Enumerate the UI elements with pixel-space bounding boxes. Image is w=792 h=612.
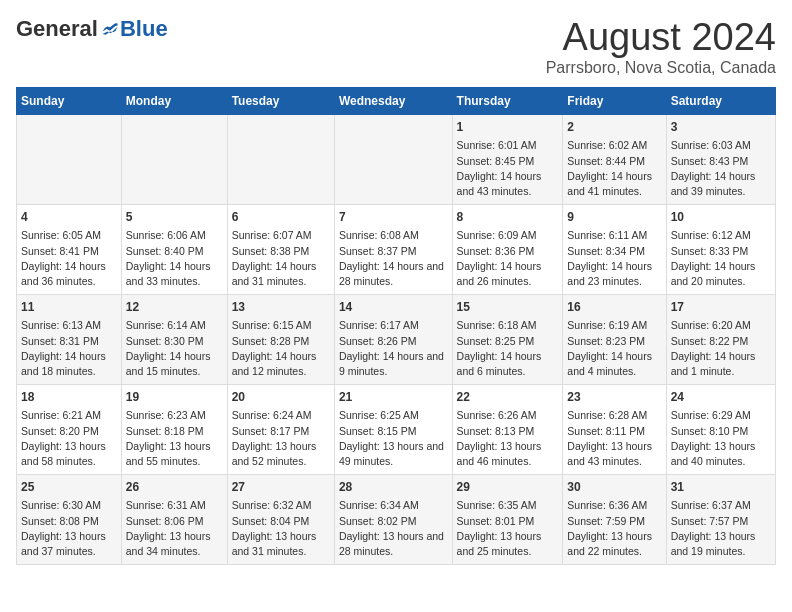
daylight-text: Daylight: 14 hours and 6 minutes. [457, 350, 542, 377]
day-number: 7 [339, 209, 448, 226]
daylight-text: Daylight: 13 hours and 55 minutes. [126, 440, 211, 467]
calendar-cell: 7Sunrise: 6:08 AMSunset: 8:37 PMDaylight… [334, 205, 452, 295]
calendar-cell: 5Sunrise: 6:06 AMSunset: 8:40 PMDaylight… [121, 205, 227, 295]
calendar-cell: 27Sunrise: 6:32 AMSunset: 8:04 PMDayligh… [227, 475, 334, 565]
day-number: 15 [457, 299, 559, 316]
daylight-text: Daylight: 13 hours and 25 minutes. [457, 530, 542, 557]
sunrise-text: Sunrise: 6:29 AM [671, 409, 751, 421]
day-number: 28 [339, 479, 448, 496]
daylight-text: Daylight: 14 hours and 20 minutes. [671, 260, 756, 287]
sunset-text: Sunset: 8:41 PM [21, 245, 99, 257]
daylight-text: Daylight: 14 hours and 9 minutes. [339, 350, 444, 377]
daylight-text: Daylight: 13 hours and 28 minutes. [339, 530, 444, 557]
sunset-text: Sunset: 8:33 PM [671, 245, 749, 257]
day-number: 18 [21, 389, 117, 406]
sunset-text: Sunset: 8:15 PM [339, 425, 417, 437]
sunrise-text: Sunrise: 6:35 AM [457, 499, 537, 511]
daylight-text: Daylight: 14 hours and 4 minutes. [567, 350, 652, 377]
sunset-text: Sunset: 8:44 PM [567, 155, 645, 167]
sunrise-text: Sunrise: 6:14 AM [126, 319, 206, 331]
day-number: 26 [126, 479, 223, 496]
calendar-cell: 14Sunrise: 6:17 AMSunset: 8:26 PMDayligh… [334, 295, 452, 385]
day-number: 1 [457, 119, 559, 136]
sunset-text: Sunset: 8:23 PM [567, 335, 645, 347]
sunset-text: Sunset: 8:38 PM [232, 245, 310, 257]
sunrise-text: Sunrise: 6:30 AM [21, 499, 101, 511]
calendar-week-row: 4Sunrise: 6:05 AMSunset: 8:41 PMDaylight… [17, 205, 776, 295]
daylight-text: Daylight: 14 hours and 43 minutes. [457, 170, 542, 197]
sunrise-text: Sunrise: 6:31 AM [126, 499, 206, 511]
day-number: 2 [567, 119, 661, 136]
day-number: 29 [457, 479, 559, 496]
calendar-cell: 9Sunrise: 6:11 AMSunset: 8:34 PMDaylight… [563, 205, 666, 295]
sunset-text: Sunset: 8:10 PM [671, 425, 749, 437]
daylight-text: Daylight: 14 hours and 28 minutes. [339, 260, 444, 287]
day-number: 13 [232, 299, 330, 316]
sunrise-text: Sunrise: 6:09 AM [457, 229, 537, 241]
day-number: 30 [567, 479, 661, 496]
day-number: 9 [567, 209, 661, 226]
month-title: August 2024 [546, 16, 776, 59]
calendar-week-row: 18Sunrise: 6:21 AMSunset: 8:20 PMDayligh… [17, 385, 776, 475]
calendar-cell [121, 115, 227, 205]
calendar-cell: 11Sunrise: 6:13 AMSunset: 8:31 PMDayligh… [17, 295, 122, 385]
day-number: 11 [21, 299, 117, 316]
sunset-text: Sunset: 8:31 PM [21, 335, 99, 347]
sunrise-text: Sunrise: 6:37 AM [671, 499, 751, 511]
sunset-text: Sunset: 8:06 PM [126, 515, 204, 527]
sunrise-text: Sunrise: 6:25 AM [339, 409, 419, 421]
day-number: 3 [671, 119, 771, 136]
sunrise-text: Sunrise: 6:17 AM [339, 319, 419, 331]
day-number: 8 [457, 209, 559, 226]
calendar-cell: 15Sunrise: 6:18 AMSunset: 8:25 PMDayligh… [452, 295, 563, 385]
daylight-text: Daylight: 14 hours and 1 minute. [671, 350, 756, 377]
sunrise-text: Sunrise: 6:03 AM [671, 139, 751, 151]
sunrise-text: Sunrise: 6:05 AM [21, 229, 101, 241]
sunrise-text: Sunrise: 6:19 AM [567, 319, 647, 331]
day-number: 25 [21, 479, 117, 496]
calendar-cell: 10Sunrise: 6:12 AMSunset: 8:33 PMDayligh… [666, 205, 775, 295]
day-header-thursday: Thursday [452, 88, 563, 115]
daylight-text: Daylight: 14 hours and 15 minutes. [126, 350, 211, 377]
calendar-cell [17, 115, 122, 205]
sunset-text: Sunset: 8:04 PM [232, 515, 310, 527]
sunrise-text: Sunrise: 6:23 AM [126, 409, 206, 421]
day-header-tuesday: Tuesday [227, 88, 334, 115]
sunrise-text: Sunrise: 6:01 AM [457, 139, 537, 151]
logo-general-text: General [16, 16, 98, 42]
sunset-text: Sunset: 8:18 PM [126, 425, 204, 437]
daylight-text: Daylight: 13 hours and 52 minutes. [232, 440, 317, 467]
day-number: 22 [457, 389, 559, 406]
sunset-text: Sunset: 7:59 PM [567, 515, 645, 527]
logo: General Blue [16, 16, 168, 42]
day-number: 12 [126, 299, 223, 316]
calendar-cell: 25Sunrise: 6:30 AMSunset: 8:08 PMDayligh… [17, 475, 122, 565]
sunset-text: Sunset: 8:11 PM [567, 425, 645, 437]
calendar-cell: 20Sunrise: 6:24 AMSunset: 8:17 PMDayligh… [227, 385, 334, 475]
daylight-text: Daylight: 14 hours and 39 minutes. [671, 170, 756, 197]
calendar-week-row: 1Sunrise: 6:01 AMSunset: 8:45 PMDaylight… [17, 115, 776, 205]
page-header: General Blue August 2024 Parrsboro, Nova… [16, 16, 776, 77]
sunset-text: Sunset: 8:17 PM [232, 425, 310, 437]
day-number: 14 [339, 299, 448, 316]
calendar-cell: 13Sunrise: 6:15 AMSunset: 8:28 PMDayligh… [227, 295, 334, 385]
sunrise-text: Sunrise: 6:06 AM [126, 229, 206, 241]
day-number: 20 [232, 389, 330, 406]
calendar-cell: 3Sunrise: 6:03 AMSunset: 8:43 PMDaylight… [666, 115, 775, 205]
sunset-text: Sunset: 8:36 PM [457, 245, 535, 257]
calendar-cell: 23Sunrise: 6:28 AMSunset: 8:11 PMDayligh… [563, 385, 666, 475]
day-header-monday: Monday [121, 88, 227, 115]
sunrise-text: Sunrise: 6:21 AM [21, 409, 101, 421]
calendar-cell [227, 115, 334, 205]
sunset-text: Sunset: 8:26 PM [339, 335, 417, 347]
calendar-cell: 18Sunrise: 6:21 AMSunset: 8:20 PMDayligh… [17, 385, 122, 475]
calendar-cell: 6Sunrise: 6:07 AMSunset: 8:38 PMDaylight… [227, 205, 334, 295]
day-number: 27 [232, 479, 330, 496]
day-header-sunday: Sunday [17, 88, 122, 115]
logo-bird-icon [100, 19, 120, 39]
sunset-text: Sunset: 8:30 PM [126, 335, 204, 347]
calendar-table: SundayMondayTuesdayWednesdayThursdayFrid… [16, 87, 776, 565]
daylight-text: Daylight: 13 hours and 46 minutes. [457, 440, 542, 467]
sunset-text: Sunset: 8:01 PM [457, 515, 535, 527]
daylight-text: Daylight: 13 hours and 31 minutes. [232, 530, 317, 557]
